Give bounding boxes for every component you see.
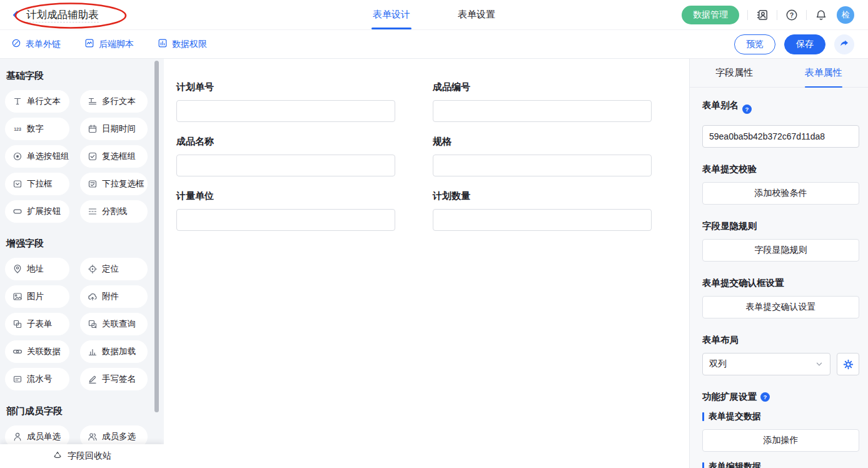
layout-select-value: 双列 [709, 359, 727, 370]
field-serial-number[interactable]: 流水号 [5, 368, 69, 390]
field-datetime[interactable]: 日期时间 [80, 118, 148, 140]
field-subform[interactable]: 子表单 [5, 313, 69, 335]
help-icon[interactable]: ? [785, 9, 798, 21]
divider [806, 10, 807, 20]
field-single-line-text[interactable]: 单行文本 [5, 90, 69, 113]
form-canvas[interactable]: 计划单号 成品编号 成品名称 规格 计量单位 计划数量 [164, 59, 689, 468]
external-link-icon [11, 38, 21, 50]
field-location[interactable]: 定位 [80, 258, 148, 280]
tab-field-properties[interactable]: 字段属性 [690, 59, 779, 87]
field-label: 规格 [433, 136, 652, 148]
field-divider-line[interactable]: 分割线 [80, 200, 148, 223]
contacts-icon[interactable] [756, 9, 769, 21]
select-icon [13, 179, 23, 189]
bell-icon[interactable] [815, 9, 827, 21]
backend-script-link[interactable]: 后端脚本 [84, 38, 134, 50]
data-manage-button[interactable]: 数据管理 [682, 6, 739, 24]
question-icon[interactable]: ? [742, 104, 752, 114]
save-button[interactable]: 保存 [784, 34, 825, 54]
extension-settings-header: 功能扩展设置 ? [702, 391, 859, 403]
tab-form-design[interactable]: 表单设计 [373, 0, 410, 29]
avatar[interactable]: 检 [837, 6, 854, 24]
recycle-icon [53, 450, 63, 462]
field-item-label: 子表单 [27, 318, 53, 330]
toolbar-right: 预览 保存 [734, 34, 854, 54]
unit-input[interactable] [176, 209, 395, 231]
add-validation-condition-button[interactable]: 添加校验条件 [702, 182, 859, 205]
product-name-input[interactable] [176, 155, 395, 176]
field-multi-line-text[interactable]: 多行文本 [80, 90, 148, 113]
multi-text-icon [88, 96, 98, 106]
field-item-label: 日期时间 [102, 123, 136, 135]
share-button[interactable] [834, 34, 854, 54]
tab-form-properties[interactable]: 表单属性 [779, 59, 868, 87]
field-multi-select[interactable]: 下拉复选框 [80, 173, 148, 195]
preview-button[interactable]: 预览 [734, 34, 775, 54]
field-label: 成品名称 [176, 136, 395, 148]
plan-qty-input[interactable] [433, 209, 652, 231]
edit-data-group: 表单编辑数据 添加操作 [702, 461, 859, 468]
form-external-link[interactable]: 表单外链 [11, 38, 61, 50]
checkbox-icon [88, 151, 98, 161]
form-alias-input[interactable] [702, 125, 859, 148]
submit-confirm-settings-button[interactable]: 表单提交确认设置 [702, 296, 859, 318]
tab-form-settings[interactable]: 表单设置 [458, 0, 495, 29]
number-icon: 123 [13, 124, 23, 134]
plan-order-no-input[interactable] [176, 100, 395, 122]
form-field-unit[interactable]: 计量单位 [176, 190, 395, 231]
question-icon[interactable]: ? [760, 392, 770, 402]
tab-form-settings-label: 表单设置 [458, 9, 495, 21]
field-label: 计量单位 [176, 190, 395, 202]
field-checkbox-group[interactable]: 复选框组 [80, 145, 148, 168]
tab-field-properties-label: 字段属性 [715, 67, 753, 79]
main-area: 基础字段 单行文本 多行文本 123 数字 日期时间 [0, 59, 868, 468]
form-field-spec[interactable]: 规格 [433, 136, 652, 176]
properties-tabs: 字段属性 表单属性 [690, 59, 868, 88]
field-item-label: 数据加载 [102, 346, 136, 357]
field-item-label: 下拉框 [27, 178, 53, 190]
field-signature[interactable]: 手写签名 [80, 368, 148, 390]
data-permission-link[interactable]: 数据权限 [158, 38, 207, 50]
form-field-product-name[interactable]: 成品名称 [176, 136, 395, 176]
sidebar-scrollbar[interactable] [154, 61, 159, 412]
product-code-input[interactable] [433, 100, 652, 122]
form-grid: 计划单号 成品编号 成品名称 规格 计量单位 计划数量 [164, 59, 689, 245]
spec-input[interactable] [433, 155, 652, 176]
submit-data-group: 表单提交数据 添加操作 [702, 411, 859, 452]
field-visibility-group: 字段显隐规则 字段显隐规则 [702, 220, 859, 262]
field-image[interactable]: 图片 [5, 285, 69, 308]
member-single-icon [13, 432, 23, 442]
add-submit-action-button[interactable]: 添加操作 [702, 429, 859, 452]
layout-gear-button[interactable] [837, 353, 859, 375]
ext-button-icon [13, 206, 23, 216]
field-linked-data[interactable]: 关联数据 [5, 340, 69, 363]
field-extend-button[interactable]: 扩展按钮 [5, 200, 69, 223]
page-title[interactable]: 计划成品辅助表 [26, 9, 99, 23]
layout-select[interactable]: 双列 [702, 353, 830, 375]
form-field-product-code[interactable]: 成品编号 [433, 81, 652, 122]
field-visibility-rules-button[interactable]: 字段显隐规则 [702, 239, 859, 262]
form-field-plan-order-no[interactable]: 计划单号 [176, 81, 395, 122]
field-item-label: 单行文本 [27, 96, 61, 107]
field-address[interactable]: 地址 [5, 258, 69, 280]
section-title-enhanced-fields: 增强字段 [6, 238, 159, 250]
field-label: 计划单号 [176, 81, 395, 93]
form-layout-group: 表单布局 双列 [702, 334, 859, 375]
field-visibility-label: 字段显隐规则 [702, 220, 859, 232]
properties-panel: 字段属性 表单属性 表单别名 ? 表单提交校验 添加校验条件 字段显隐规则 [689, 59, 868, 468]
tab-form-design-label: 表单设计 [373, 9, 410, 21]
field-select[interactable]: 下拉框 [5, 173, 69, 195]
field-recycle-bin[interactable]: 字段回收站 [0, 444, 164, 468]
field-linked-query[interactable]: 关联查询 [80, 313, 148, 335]
form-field-plan-qty[interactable]: 计划数量 [433, 190, 652, 231]
header-right: 数据管理 ? 检 [682, 6, 868, 24]
form-layout-label: 表单布局 [702, 334, 859, 346]
data-permission-icon [158, 38, 168, 50]
field-radio-group[interactable]: 单选按钮组 [5, 145, 69, 168]
header-left: 计划成品辅助表 [0, 8, 99, 22]
field-attachment[interactable]: 附件 [80, 285, 148, 308]
field-number[interactable]: 123 数字 [5, 118, 69, 140]
properties-content: 表单别名 ? 表单提交校验 添加校验条件 字段显隐规则 字段显隐规则 表单提交确… [690, 88, 868, 468]
field-data-load[interactable]: 数据加载 [80, 340, 148, 363]
back-icon[interactable] [10, 9, 21, 21]
